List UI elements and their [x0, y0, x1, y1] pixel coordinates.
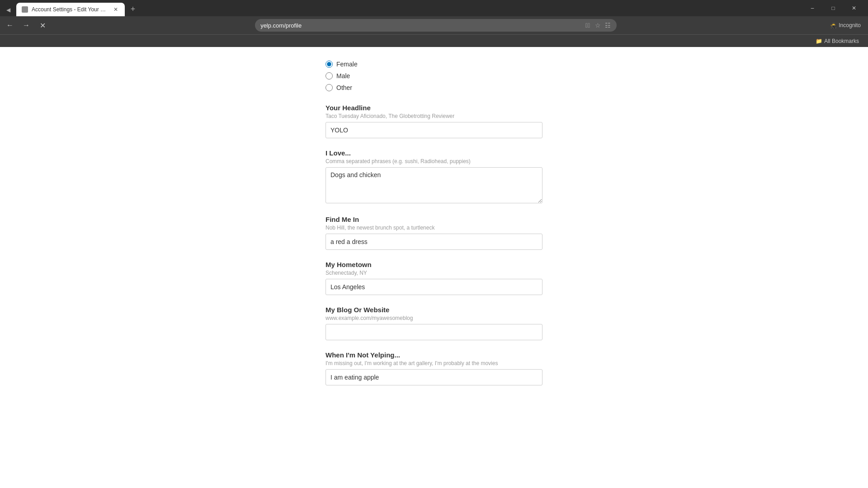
window-controls: – □ ✕ [802, 2, 864, 16]
gender-other-label: Other [336, 84, 352, 91]
blog-input[interactable] [326, 324, 542, 340]
incognito-icon: 🥷 [830, 22, 837, 28]
incognito-label: Incognito [839, 22, 861, 28]
eye-off-icon: 👁̸ [584, 22, 591, 29]
back-button[interactable]: ← [4, 19, 16, 32]
hometown-hint: Schenectady, NY [326, 270, 542, 276]
not-yelping-label: When I'm Not Yelping... [326, 351, 542, 359]
page-content: Female Male Other Your Headline Taco Tue… [0, 47, 868, 488]
gender-other-option[interactable]: Other [326, 84, 542, 91]
gender-male-option[interactable]: Male [326, 72, 542, 80]
all-bookmarks-button[interactable]: 📁 All Bookmarks [812, 37, 863, 45]
address-bar[interactable]: yelp.com/profile 👁̸ ☆ ☷ [255, 19, 617, 32]
gender-section: Female Male Other [326, 61, 542, 91]
bookmarks-bar: 📁 All Bookmarks [0, 34, 868, 47]
gender-female-radio[interactable] [326, 61, 333, 68]
tab-title: Account Settings - Edit Your Pr... [32, 6, 108, 13]
url-text: yelp.com/profile [260, 22, 580, 29]
active-tab[interactable]: Account Settings - Edit Your Pr... ✕ [16, 3, 125, 16]
gender-female-label: Female [336, 61, 358, 68]
find-me-in-hint: Nob Hill, the newest brunch spot, a turt… [326, 225, 542, 231]
headline-section: Your Headline Taco Tuesday Aficionado, T… [326, 104, 542, 138]
hometown-input[interactable] [326, 279, 542, 295]
i-love-textarea[interactable] [326, 167, 542, 203]
i-love-hint: Comma separated phrases (e.g. sushi, Rad… [326, 158, 542, 164]
i-love-section: I Love... Comma separated phrases (e.g. … [326, 149, 542, 205]
blog-label: My Blog Or Website [326, 306, 542, 314]
not-yelping-hint: I'm missing out, I'm working at the art … [326, 360, 542, 366]
hometown-label: My Hometown [326, 261, 542, 268]
hometown-section: My Hometown Schenectady, NY [326, 261, 542, 295]
minimize-button[interactable]: – [802, 2, 823, 14]
split-view-icon[interactable]: ☷ [604, 22, 611, 29]
reload-button[interactable]: ✕ [36, 19, 49, 32]
toolbar-right: 🥷 Incognito [826, 20, 864, 30]
gender-male-label: Male [336, 72, 350, 80]
i-love-label: I Love... [326, 149, 542, 157]
gender-other-radio[interactable] [326, 84, 333, 91]
form-container: Female Male Other Your Headline Taco Tue… [316, 47, 552, 414]
headline-hint: Taco Tuesday Aficionado, The Globetrotti… [326, 113, 542, 119]
blog-section: My Blog Or Website www.example.com/myawe… [326, 306, 542, 340]
find-me-in-input[interactable] [326, 234, 542, 250]
not-yelping-input[interactable] [326, 369, 542, 385]
not-yelping-section: When I'm Not Yelping... I'm missing out,… [326, 351, 542, 385]
address-bar-icons: 👁̸ ☆ ☷ [584, 22, 611, 29]
bookmarks-label: All Bookmarks [824, 38, 859, 44]
tab-close-button[interactable]: ✕ [112, 6, 119, 13]
close-window-button[interactable]: ✕ [844, 2, 864, 14]
tab-bar: ◀ Account Settings - Edit Your Pr... ✕ +… [0, 0, 868, 16]
blog-hint: www.example.com/myawesomeblog [326, 315, 542, 321]
headline-label: Your Headline [326, 104, 542, 112]
tab-nav-controls: ◀ [4, 5, 13, 16]
forward-button[interactable]: → [20, 19, 33, 32]
tab-back-btn[interactable]: ◀ [4, 5, 13, 14]
gender-male-radio[interactable] [326, 72, 333, 80]
find-me-in-label: Find Me In [326, 216, 542, 223]
new-tab-button[interactable]: + [127, 4, 139, 16]
address-bar-row: ← → ✕ yelp.com/profile 👁̸ ☆ ☷ 🥷 Incognit… [0, 16, 868, 34]
bookmark-star-icon[interactable]: ☆ [594, 22, 601, 29]
gender-female-option[interactable]: Female [326, 61, 542, 68]
folder-icon: 📁 [816, 38, 822, 44]
incognito-button[interactable]: 🥷 Incognito [826, 20, 864, 30]
headline-input[interactable] [326, 122, 542, 138]
maximize-button[interactable]: □ [823, 2, 844, 14]
find-me-in-section: Find Me In Nob Hill, the newest brunch s… [326, 216, 542, 250]
gender-radio-group: Female Male Other [326, 61, 542, 91]
tab-favicon [22, 6, 28, 13]
